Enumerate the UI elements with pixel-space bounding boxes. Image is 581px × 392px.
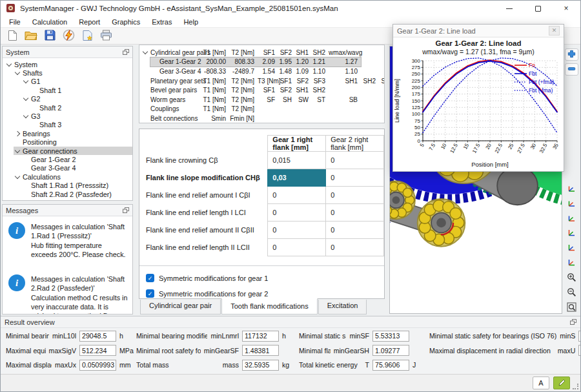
tree-item-calculations[interactable]: Calculations: [3, 172, 132, 181]
message-text: Messages in calculation 'Shaft 2.Rad 2 (…: [31, 274, 128, 314]
tree-item-shaft-2[interactable]: Shaft 2: [3, 103, 132, 112]
tree-item-shaft-1[interactable]: Shaft 1: [3, 86, 132, 94]
remove-component-button[interactable]: [565, 63, 578, 76]
result-column: Minimal static safety for bearingsminSF5…: [299, 330, 425, 371]
result-symbol: mass: [223, 361, 239, 369]
gear-overview-row-couplings[interactable]: CouplingsT1 [Nm]T2 [Nm]: [142, 105, 384, 114]
tree-expander-icon[interactable]: [15, 174, 20, 179]
gear1-value-cell[interactable]: 0: [268, 204, 326, 222]
gear-overview-row-gear-3-gear-4[interactable]: Gear 3-Gear 4-808.33-2489.71.541.481.091…: [142, 67, 384, 76]
gear-overview-row-belt-connections[interactable]: Belt connectionsSminFmin [N]: [142, 114, 384, 123]
gear-overview-row-planetary-gear-sets[interactable]: Planetary gear setsT1 [Nm]T2 [Nm]T3 [Nm]…: [142, 76, 384, 86]
view-orientation-2-button[interactable]: [565, 198, 578, 210]
open-file-button[interactable]: [23, 28, 39, 43]
gear-overview-cell: SF: [258, 96, 278, 103]
zoom-out-button[interactable]: [565, 287, 578, 299]
minimize-button[interactable]: [495, 1, 524, 16]
tree-expander-icon[interactable]: [23, 78, 28, 83]
tree-item-label: Calculations: [23, 173, 61, 181]
tree-item-gear-3-gear-4[interactable]: Gear 3-Gear 4: [3, 164, 132, 172]
gear2-value-cell[interactable]: 0: [326, 169, 384, 187]
tree-item-shafts[interactable]: Shafts: [3, 68, 132, 77]
gear-overview-row-bevel-gear-pairs[interactable]: Bevel gear pairsT1 [Nm]T2 [Nm]SF1SF2SH1S…: [142, 85, 384, 95]
tree-item-gear-connections[interactable]: Gear connections: [3, 147, 132, 155]
tree-item-positioning[interactable]: Positioning: [3, 138, 132, 147]
tree-item-system[interactable]: System: [3, 60, 132, 68]
gear2-value-cell[interactable]: 0: [326, 204, 384, 222]
tree-expander-icon[interactable]: [142, 50, 150, 55]
tree-expander-icon[interactable]: [15, 131, 20, 136]
tree-item-g3[interactable]: G3: [3, 112, 132, 120]
save-file-button[interactable]: [41, 28, 58, 43]
checkbox-symmetric-modifications-for-gear-1[interactable]: Symmetric modifications for gear 1: [146, 274, 384, 282]
new-document-button[interactable]: [4, 28, 21, 43]
tree-expander-icon[interactable]: [15, 70, 20, 75]
menu-report[interactable]: Report: [73, 17, 106, 27]
gear-overview-row-gear-1-gear-2[interactable]: Gear 1-Gear 2200.00808.332.091.951.201.2…: [142, 57, 384, 67]
tree-item-g2[interactable]: G2: [3, 95, 132, 103]
new-report-button[interactable]: [79, 28, 96, 43]
gear-overview-row-label: Couplings: [150, 105, 202, 112]
calculate-button[interactable]: [60, 28, 77, 43]
gear2-value-cell[interactable]: 0: [326, 152, 384, 169]
tab-excitation[interactable]: Excitation: [318, 300, 367, 315]
tree-item-g1[interactable]: G1: [3, 77, 132, 86]
view-orientation-4-button[interactable]: [565, 227, 578, 240]
menu-calculation[interactable]: Calculation: [26, 17, 73, 27]
tree-item-gear-1-gear-2[interactable]: Gear 1-Gear 2: [3, 155, 132, 163]
close-button[interactable]: ×: [552, 1, 580, 16]
close-icon[interactable]: ✕: [549, 26, 560, 36]
tab-tooth-flank-modifications[interactable]: Tooth flank modifications: [221, 298, 317, 315]
gear1-value-cell[interactable]: 0: [268, 187, 326, 204]
tree-item-bearings[interactable]: Bearings: [3, 129, 132, 138]
menu-help[interactable]: Help: [178, 17, 204, 27]
tree-item-shaft-3[interactable]: Shaft 3: [3, 121, 132, 129]
gear1-value-cell[interactable]: 0,03: [268, 169, 326, 187]
tree-item-label: System: [14, 61, 37, 68]
gear2-value-cell[interactable]: 0: [326, 222, 384, 239]
annotation-mode-button[interactable]: A: [533, 377, 549, 389]
tree-expander-icon[interactable]: [15, 147, 20, 152]
checkbox-symmetric-modifications-for-gear-2[interactable]: Symmetric modifications for gear 2: [146, 289, 384, 298]
result-column: Minimal static safety for bearings (ISO …: [429, 330, 581, 371]
tree-expander-icon[interactable]: [23, 96, 28, 101]
tab-cylindrical-gear-pair[interactable]: Cylindrical gear pair: [140, 300, 221, 315]
menu-graphics[interactable]: Graphics: [106, 17, 146, 27]
checkbox-checked-icon[interactable]: [146, 274, 154, 282]
view-orientation-5-button[interactable]: [565, 242, 578, 254]
zoom-fit-button[interactable]: [565, 302, 578, 314]
gear-overview-cell: 808.33: [229, 58, 258, 65]
add-component-button[interactable]: [565, 48, 578, 61]
checkbox-checked-icon[interactable]: [146, 289, 154, 298]
tree-item-shaft-2-rad-2-passfeder[interactable]: Shaft 2.Rad 2 (Passfeder): [3, 190, 132, 198]
tree-item-shaft-1-rad-1-presssitz[interactable]: Shaft 1.Rad 1 (Presssitz): [3, 181, 132, 189]
gear2-value-cell[interactable]: 0: [326, 239, 384, 256]
menu-extras[interactable]: Extras: [146, 17, 178, 27]
undock-panel-button[interactable]: [570, 319, 576, 325]
undock-panel-button[interactable]: [123, 49, 129, 55]
print-button[interactable]: [97, 28, 114, 43]
gear-overview-cell: SB: [329, 96, 361, 103]
view-orientation-6-button[interactable]: [565, 257, 578, 269]
maximize-button[interactable]: [524, 1, 552, 16]
view-orientation-3-button[interactable]: [565, 212, 578, 225]
result-label: Maximal displacement in radial direction: [429, 347, 555, 355]
gear2-value-cell[interactable]: 0: [326, 187, 384, 204]
gear-overview-cell: T2 [Nm]: [229, 96, 258, 103]
line-load-window-titlebar[interactable]: Gear 1-Gear 2: Line load ✕: [393, 25, 564, 37]
gear-overview-row-worm-gears[interactable]: Worm gearsT1 [Nm]T2 [Nm]SFSHSWSTSB: [142, 95, 384, 105]
menu-file[interactable]: File: [3, 17, 26, 27]
gear1-value-cell[interactable]: 0: [268, 239, 326, 256]
gear1-value-cell[interactable]: 0,015: [268, 152, 326, 169]
resize-grip[interactable]: [573, 384, 578, 389]
edit-mode-button[interactable]: [553, 377, 570, 389]
tree-expander-icon[interactable]: [23, 113, 28, 118]
tree-expander-icon[interactable]: [6, 61, 12, 66]
gear1-value-cell[interactable]: 0: [268, 222, 326, 239]
gear-overview-row-label: Gear 1-Gear 2: [150, 58, 202, 65]
zoom-in-button[interactable]: [565, 272, 578, 284]
view-orientation-1-button[interactable]: [565, 183, 578, 195]
gear-overview-row-cylindrical-gear-pairs[interactable]: Cylindrical gear pairsT1 [Nm]T2 [Nm]SF1S…: [142, 48, 384, 57]
message-item: iMessages in calculation 'Shaft 2.Rad 2 …: [8, 274, 128, 314]
undock-panel-button[interactable]: [123, 207, 129, 213]
